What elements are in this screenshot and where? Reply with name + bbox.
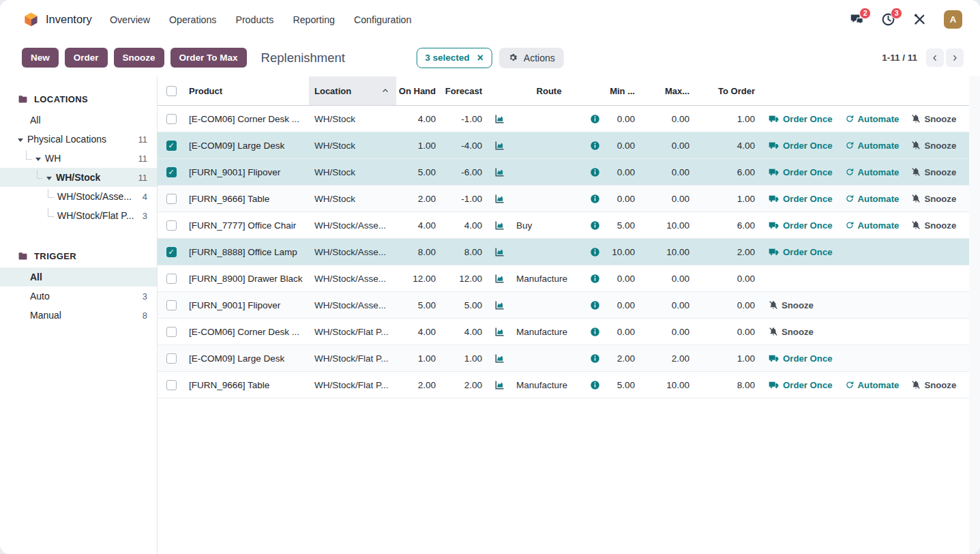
automate-button[interactable]: Automate: [845, 141, 900, 151]
column-header-max[interactable]: Max...: [638, 86, 692, 96]
nav-menu-item[interactable]: Reporting: [293, 14, 335, 25]
table-row[interactable]: [FURN_9001] Flipover WH/Stock 5.00 -6.00: [158, 159, 969, 186]
scroll-gutter[interactable]: [969, 76, 980, 554]
table-row[interactable]: [FURN_8900] Drawer Black WH/Stock/Asse..…: [158, 265, 969, 292]
row-checkbox[interactable]: [166, 220, 177, 231]
nav-menu-item[interactable]: Configuration: [354, 14, 411, 25]
info-icon[interactable]: [590, 220, 600, 231]
info-icon[interactable]: [590, 327, 600, 337]
column-header-forecast[interactable]: Forecast: [439, 86, 485, 96]
info-icon[interactable]: [590, 114, 600, 124]
app-name[interactable]: Inventory: [46, 13, 92, 26]
info-icon[interactable]: [590, 353, 600, 364]
table-row[interactable]: [E-COM09] Large Desk WH/Stock/Flat P... …: [158, 345, 969, 372]
clear-selection-icon[interactable]: ×: [477, 53, 484, 63]
activities-icon[interactable]: 3: [881, 12, 895, 27]
table-row[interactable]: [E-COM06] Corner Desk ... WH/Stock 4.00 …: [158, 106, 969, 132]
sidebar-trigger-item[interactable]: Auto 3: [0, 287, 157, 306]
table-row[interactable]: [E-COM06] Corner Desk ... WH/Stock/Flat …: [158, 319, 969, 345]
forecast-chart-icon[interactable]: [494, 300, 505, 311]
order-to-max-button[interactable]: Order To Max: [170, 48, 247, 68]
order-once-button[interactable]: Order Once: [769, 379, 833, 390]
info-icon[interactable]: [590, 300, 600, 310]
column-header-product[interactable]: Product: [185, 86, 309, 96]
forecast-chart-icon[interactable]: [494, 353, 505, 364]
order-once-button[interactable]: Order Once: [769, 113, 833, 124]
caret-down-icon[interactable]: [46, 177, 52, 180]
info-icon[interactable]: [590, 141, 600, 151]
column-header-to-order[interactable]: To Order: [692, 86, 758, 96]
tools-icon[interactable]: [912, 12, 927, 27]
sidebar-location-item[interactable]: WH/Stock/Flat P... 3: [0, 206, 157, 225]
table-row[interactable]: [FURN_9666] Table WH/Stock/Flat P... 2.0…: [158, 372, 969, 398]
order-once-button[interactable]: Order Once: [769, 246, 833, 257]
forecast-chart-icon[interactable]: [494, 246, 505, 258]
snooze-button[interactable]: Snooze: [911, 114, 956, 124]
row-checkbox[interactable]: [166, 194, 177, 204]
table-row[interactable]: [FURN_7777] Office Chair WH/Stock/Asse..…: [158, 212, 969, 239]
sidebar-trigger-item[interactable]: All: [0, 267, 157, 287]
order-button[interactable]: Order: [65, 48, 108, 68]
order-once-button[interactable]: Order Once: [769, 166, 833, 177]
pager-next-button[interactable]: [946, 48, 964, 67]
row-checkbox[interactable]: [166, 247, 177, 257]
automate-button[interactable]: Automate: [845, 380, 900, 390]
snooze-button-top[interactable]: Snooze: [114, 48, 164, 68]
sidebar-location-item[interactable]: Physical Locations 11: [0, 130, 157, 149]
pager-previous-button[interactable]: [926, 48, 944, 67]
snooze-button[interactable]: Snooze: [769, 300, 814, 310]
table-row[interactable]: [E-COM09] Large Desk WH/Stock 1.00 -4.00: [158, 132, 969, 159]
forecast-chart-icon[interactable]: [494, 379, 505, 391]
row-checkbox[interactable]: [166, 353, 177, 364]
order-once-button[interactable]: Order Once: [769, 220, 833, 231]
row-checkbox[interactable]: [166, 380, 177, 390]
info-icon[interactable]: [590, 247, 600, 257]
row-checkbox[interactable]: [166, 114, 177, 124]
column-header-location[interactable]: Location: [309, 76, 396, 105]
new-button[interactable]: New: [22, 48, 59, 68]
info-icon[interactable]: [590, 167, 600, 177]
forecast-chart-icon[interactable]: [494, 326, 505, 338]
automate-button[interactable]: Automate: [845, 220, 900, 231]
snooze-button[interactable]: Snooze: [911, 167, 956, 177]
table-row[interactable]: [FURN_9001] Flipover WH/Stock/Asse... 5.…: [158, 292, 969, 319]
sidebar-location-item[interactable]: WH 11: [0, 149, 157, 168]
forecast-chart-icon[interactable]: [494, 113, 505, 125]
row-checkbox[interactable]: [166, 300, 177, 310]
snooze-button[interactable]: Snooze: [769, 327, 814, 337]
column-header-min[interactable]: Min ...: [605, 86, 638, 96]
table-row[interactable]: [FURN_9666] Table WH/Stock 2.00 -1.00: [158, 186, 969, 212]
row-checkbox[interactable]: [166, 274, 177, 284]
forecast-chart-icon[interactable]: [494, 220, 505, 231]
sidebar-location-item[interactable]: WH/Stock 11: [0, 168, 157, 187]
table-row[interactable]: [FURN_8888] Office Lamp WH/Stock/Asse...…: [158, 239, 969, 265]
order-once-button[interactable]: Order Once: [769, 140, 833, 151]
column-header-on-hand[interactable]: On Hand: [396, 86, 439, 96]
row-checkbox[interactable]: [166, 327, 177, 337]
nav-menu-item[interactable]: Operations: [169, 14, 216, 25]
forecast-chart-icon[interactable]: [494, 140, 505, 151]
info-icon[interactable]: [590, 274, 600, 284]
sidebar-location-item[interactable]: All: [0, 111, 157, 130]
messages-icon[interactable]: 2: [850, 12, 864, 27]
snooze-button[interactable]: Snooze: [911, 380, 956, 390]
sidebar-location-item[interactable]: WH/Stock/Asse... 4: [0, 187, 157, 206]
order-once-button[interactable]: Order Once: [769, 353, 833, 364]
snooze-button[interactable]: Snooze: [911, 194, 956, 204]
row-checkbox[interactable]: [166, 141, 177, 151]
inventory-app-icon[interactable]: [23, 12, 39, 27]
automate-button[interactable]: Automate: [845, 114, 900, 124]
user-avatar[interactable]: A: [944, 10, 962, 29]
forecast-chart-icon[interactable]: [494, 193, 505, 205]
column-header-route[interactable]: Route: [514, 86, 584, 96]
nav-menu-item[interactable]: Overview: [110, 14, 150, 25]
actions-button[interactable]: Actions: [499, 48, 564, 68]
automate-button[interactable]: Automate: [845, 194, 900, 204]
select-all-checkbox[interactable]: [166, 86, 177, 96]
info-icon[interactable]: [590, 380, 600, 390]
snooze-button[interactable]: Snooze: [911, 141, 956, 151]
row-checkbox[interactable]: [166, 167, 177, 177]
caret-down-icon[interactable]: [35, 158, 41, 161]
forecast-chart-icon[interactable]: [494, 273, 505, 285]
info-icon[interactable]: [590, 194, 600, 204]
